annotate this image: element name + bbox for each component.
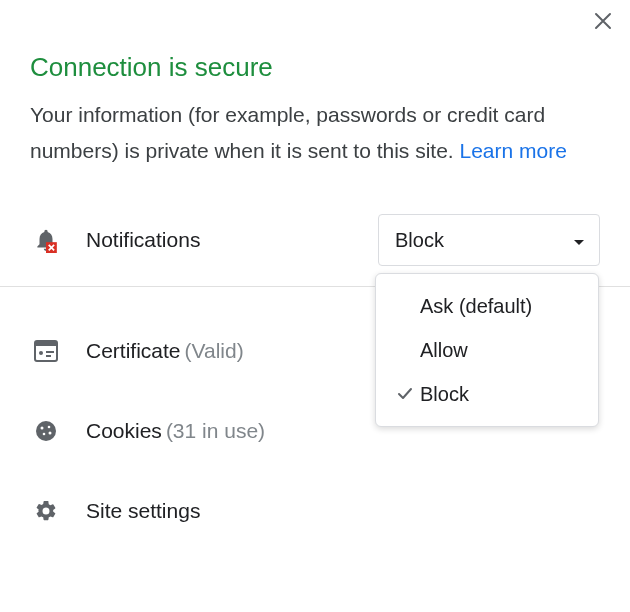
option-label: Allow	[420, 339, 468, 362]
close-icon	[594, 16, 612, 33]
gear-icon	[30, 499, 62, 523]
option-label: Ask (default)	[420, 295, 532, 318]
svg-point-9	[43, 433, 46, 436]
notifications-dropdown-menu: Ask (default) Allow Block	[375, 273, 599, 427]
svg-point-6	[36, 421, 56, 441]
option-block[interactable]: Block	[376, 372, 598, 416]
svg-point-10	[49, 432, 52, 435]
certificate-icon	[30, 340, 62, 362]
cookie-icon	[30, 419, 62, 443]
site-settings-label: Site settings	[86, 499, 200, 523]
connection-description: Your information (for example, passwords…	[30, 97, 590, 168]
svg-rect-2	[35, 341, 57, 346]
learn-more-link[interactable]: Learn more	[460, 139, 567, 162]
caret-down-icon	[573, 229, 585, 252]
cookies-status: (31 in use)	[166, 419, 265, 443]
option-allow[interactable]: Allow	[376, 328, 598, 372]
svg-point-8	[48, 426, 51, 429]
site-settings-row[interactable]: Site settings	[30, 471, 600, 551]
svg-rect-4	[46, 351, 54, 353]
checkmark-icon	[396, 385, 420, 403]
svg-rect-5	[46, 355, 51, 357]
certificate-status: (Valid)	[185, 339, 244, 363]
option-ask-default[interactable]: Ask (default)	[376, 284, 598, 328]
option-label: Block	[420, 383, 469, 406]
notifications-select[interactable]: Block Ask (default) Allow Block	[378, 214, 600, 266]
svg-point-3	[39, 351, 43, 355]
cookies-label: Cookies	[86, 419, 162, 443]
connection-secure-title: Connection is secure	[30, 52, 600, 83]
close-button[interactable]	[594, 12, 612, 34]
certificate-label: Certificate	[86, 339, 181, 363]
notification-blocked-icon	[30, 227, 62, 253]
site-info-panel: Connection is secure Your information (f…	[0, 0, 630, 612]
svg-point-7	[41, 427, 44, 430]
notifications-selected-value: Block	[395, 229, 444, 252]
permission-row-notifications: Notifications Block Ask (default) Allow	[30, 208, 600, 272]
permission-label: Notifications	[86, 228, 200, 252]
